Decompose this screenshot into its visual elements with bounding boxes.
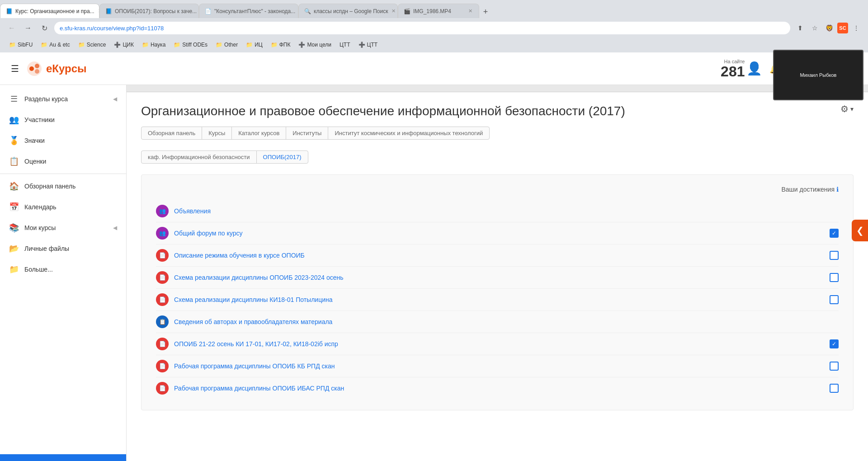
list-item: 📋 Сведения об авторах и правообладателях…	[156, 311, 839, 333]
settings-gear[interactable]: ⚙ ▾	[840, 103, 854, 115]
sidebar-item-grades[interactable]: 📋 Оценки	[0, 151, 126, 172]
bm-label-ctt2: ЦТТ	[367, 42, 378, 48]
tab-bar: 📘 Курс: Организационное и пра... ✕ 📘 ОПО…	[0, 0, 868, 18]
back-button[interactable]: ←	[5, 22, 18, 34]
bookmark-mycourses[interactable]: ➕ Мои цели	[295, 40, 335, 49]
breadcrumb2-item-0[interactable]: каф. Информационной безопасности	[141, 151, 257, 164]
breadcrumb-item-2[interactable]: Каталог курсов	[231, 127, 286, 140]
sidebar-item-mycourses[interactable]: 📚 Мои курсы ◀	[0, 217, 126, 238]
tab-active[interactable]: 📘 Курс: Организационное и пра... ✕	[0, 4, 99, 18]
bookmark-star-icon[interactable]: ☆	[808, 22, 821, 34]
breadcrumb-item-1[interactable]: Курсы	[202, 127, 232, 140]
course-title-text: Организационное и правовое обеспечение и…	[141, 103, 625, 119]
sidebar-item-sections[interactable]: ☰ Разделы курса ◀	[0, 89, 126, 109]
tab-close-btn[interactable]: ✕	[97, 7, 99, 15]
sidebar-label-grades: Оценки	[24, 158, 117, 165]
sidebar-item-more[interactable]: 📁 Больше...	[0, 259, 126, 280]
logo-text: еКурсы	[46, 62, 87, 75]
item-icon-4: 📄	[156, 293, 169, 306]
tab5-favicon: 🎬	[404, 8, 410, 14]
item-link-2[interactable]: Описание режима обучения в курсе ОПОИБ	[174, 252, 824, 259]
item-checkbox-3[interactable]	[830, 273, 839, 282]
bm-label-cik: ЦИК	[123, 42, 134, 48]
sidebar-item-participants[interactable]: 👥 Участники	[0, 109, 126, 130]
item-checkbox-6[interactable]: ✓	[830, 339, 839, 348]
bm-icon-other: 📁	[216, 42, 222, 48]
browser-toolbar-icons: ⬆ ☆ 🦁 SC ⋮	[794, 22, 863, 34]
sidebar-item-files[interactable]: 📂 Личные файлы	[0, 238, 126, 259]
item-link-1[interactable]: Общий форум по курсу	[174, 230, 824, 237]
item-link-7[interactable]: Рабочая программа дисциплины ОПОИБ КБ РП…	[174, 362, 824, 370]
bookmark-auetc[interactable]: 📁 Au & etc	[37, 40, 73, 49]
mycourses-arrow-icon: ◀	[113, 225, 117, 231]
list-item: 👥 Общий форум по курсу ✓	[156, 222, 839, 245]
bookmark-iz[interactable]: 📁 ИЦ	[242, 40, 266, 49]
sidebar-item-dashboard[interactable]: 🏠 Обзорная панель	[0, 176, 126, 197]
breadcrumb-item-3[interactable]: Институты	[286, 127, 328, 140]
tab-2[interactable]: 📘 ОПОИБ(2017): Вопросы к заче... ✕	[99, 4, 199, 18]
tab-3[interactable]: 📄 "КонсультантПлюс" - законода... ✕	[199, 4, 298, 18]
item-link-8[interactable]: Рабочая программа дисциплины ОПОИБ ИБАС …	[174, 385, 824, 392]
sidebar-item-calendar[interactable]: 📅 Календарь	[0, 197, 126, 217]
bookmark-nauka[interactable]: 📁 Наука	[138, 40, 169, 49]
bookmark-stiff[interactable]: 📁 Stiff ODEs	[170, 40, 211, 49]
files-icon: 📂	[9, 244, 19, 254]
item-checkbox-8[interactable]	[830, 384, 839, 393]
item-icon-6: 📄	[156, 338, 169, 350]
bm-icon-nauka: 📁	[142, 42, 149, 48]
more-icon: 📁	[9, 264, 19, 274]
item-icon-1: 👥	[156, 227, 169, 240]
forward-button[interactable]: →	[22, 22, 34, 34]
bookmark-fpk[interactable]: 📁 ФПК	[267, 40, 294, 49]
new-tab-button[interactable]: +	[479, 5, 492, 18]
hamburger-menu[interactable]: ☰	[11, 63, 19, 74]
scroll-arrow[interactable]: ❮	[852, 220, 868, 241]
tab-5[interactable]: 🎬 IMG_1986.MP4 ✕	[398, 4, 479, 18]
tab-favicon: 📘	[6, 8, 13, 14]
item-checkbox-4[interactable]	[830, 295, 839, 304]
bookmark-ctt1[interactable]: ЦТТ	[336, 40, 354, 49]
bookmark-ctt2[interactable]: ➕ ЦТТ	[355, 40, 382, 49]
sidebar-label-dashboard: Обзорная панель	[24, 183, 117, 190]
bookmark-science[interactable]: 📁 Science	[75, 40, 110, 49]
calendar-icon: 📅	[9, 202, 19, 212]
achievements-info-icon[interactable]: ℹ	[836, 186, 839, 193]
item-checkbox-2[interactable]	[830, 251, 839, 260]
mycourses-icon: 📚	[9, 223, 19, 233]
bookmark-sfo[interactable]: 📁 SibFU	[5, 40, 36, 49]
online-section: На сайте 281 👤	[721, 59, 762, 79]
sc-icon[interactable]: SC	[837, 23, 848, 33]
tab5-close-btn[interactable]: ✕	[467, 7, 473, 15]
item-link-4[interactable]: Схема реализации дисциплины КИ18-01 Поты…	[174, 296, 824, 303]
item-link-6[interactable]: ОПОИБ 21-22 осень КИ 17-01, КИ17-02, КИ1…	[174, 340, 824, 348]
share-icon[interactable]: ⬆	[794, 22, 807, 34]
bm-label-sfu: SibFU	[18, 42, 33, 48]
bookmark-cik[interactable]: ➕ ЦИК	[110, 40, 137, 49]
tab2-favicon: 📘	[105, 8, 112, 14]
item-link-3[interactable]: Схема реализации дисциплины ОПОИБ 2023-2…	[174, 274, 824, 281]
breadcrumb2-item-1[interactable]: ОПОИБ(2017)	[256, 151, 308, 164]
extensions-icon[interactable]: ⋮	[850, 22, 863, 34]
sidebar-label-badges: Значки	[24, 137, 117, 144]
breadcrumb-item-0[interactable]: Обзорная панель	[141, 127, 202, 140]
item-checkbox-7[interactable]	[830, 362, 839, 371]
bm-label-other: Other	[224, 42, 238, 48]
site-header: ☰ еКурсы На сайте 281 👤 🔔 💬	[0, 52, 868, 85]
item-link-5[interactable]: Сведения об авторах и правообладателях м…	[174, 318, 839, 325]
tab-4[interactable]: 🔍 классы испдн – Google Поиск ✕	[298, 4, 398, 18]
dashboard-icon: 🏠	[9, 181, 19, 191]
scroll-arrow-icon: ❮	[856, 225, 864, 236]
svg-point-3	[35, 69, 39, 74]
brave-icon[interactable]: 🦁	[823, 22, 835, 34]
sidebar-item-badges[interactable]: 🏅 Значки	[0, 130, 126, 151]
main-content: Организационное и правовое обеспечение и…	[127, 85, 868, 461]
item-link-0[interactable]: Объявления	[174, 207, 839, 215]
site-logo[interactable]: еКурсы	[26, 61, 87, 77]
address-bar[interactable]: e.sfu-kras.ru/course/view.php?id=11078	[54, 22, 790, 34]
svg-point-2	[35, 64, 39, 68]
bookmark-other[interactable]: 📁 Other	[212, 40, 241, 49]
tab4-close-btn[interactable]: ✕	[391, 7, 396, 15]
reload-button[interactable]: ↻	[38, 22, 51, 34]
item-checkbox-1[interactable]: ✓	[830, 229, 839, 238]
breadcrumb-item-4[interactable]: Институт космических и информационных те…	[328, 127, 490, 140]
